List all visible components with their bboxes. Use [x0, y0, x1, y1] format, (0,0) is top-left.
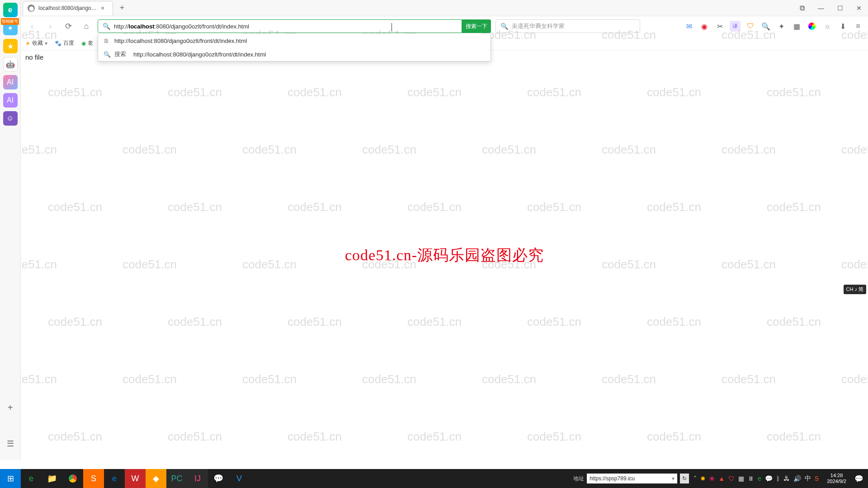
maximize-button[interactable]: ☐: [831, 0, 849, 16]
sidebar-app4-icon[interactable]: AI: [3, 75, 18, 89]
watermark-text: code51.cn: [767, 430, 821, 444]
sidebar-add-button[interactable]: +: [3, 400, 18, 415]
tray-ime-icon[interactable]: 中: [805, 474, 811, 483]
bookmark-item[interactable]: ◉老: [81, 39, 93, 47]
forward-button[interactable]: ›: [43, 19, 57, 33]
watermark-text: code51.cn: [48, 430, 102, 444]
taskbar-wechat-icon[interactable]: 💬: [208, 469, 229, 488]
sidebar-app5-icon[interactable]: AI: [3, 93, 18, 108]
tray-bluetooth-icon[interactable]: ᛒ: [776, 475, 780, 482]
search-go-button[interactable]: 搜索一下: [462, 19, 491, 33]
watermark-text: code51.cn: [123, 372, 177, 386]
sidebar-menu-icon[interactable]: ☰: [3, 436, 18, 451]
tray-shield-icon[interactable]: 🛡: [728, 475, 735, 482]
autocomplete-text: http://localhost:8080/django0ozlt/front/…: [133, 51, 266, 58]
favorites-button[interactable]: ★收藏▾: [25, 39, 47, 47]
taskbar-apps: ⊞ e 📁 S e W ◆ PC IJ 💬 V: [0, 469, 250, 488]
watermark-text: code51.cn: [602, 372, 656, 386]
responsive-mode-button[interactable]: ⧉: [793, 0, 811, 16]
zoom-icon[interactable]: 🔍: [760, 21, 771, 32]
start-button[interactable]: ⊞: [0, 469, 21, 488]
watermark-text: code51.cn: [841, 143, 868, 157]
tray-sogou-icon[interactable]: S: [815, 475, 819, 482]
tray-app3-icon[interactable]: ▲: [718, 475, 725, 482]
page-icon: 🗎: [104, 38, 110, 44]
watermark-text: code51.cn: [527, 430, 581, 444]
tray-volume-icon[interactable]: 🔊: [793, 475, 801, 482]
tray-browser-icon[interactable]: e: [758, 475, 761, 482]
weibo-icon[interactable]: ◉: [699, 21, 710, 32]
taskbar-address-input[interactable]: https://spsp789.icu▾: [587, 474, 677, 483]
new-tab-button[interactable]: +: [116, 2, 128, 14]
watermark-text: code51.cn: [168, 315, 222, 329]
taskbar-edge-icon[interactable]: e: [104, 469, 125, 488]
home-button[interactable]: ⌂: [80, 19, 93, 33]
taskbar-clock[interactable]: 14:28 2024/9/2: [823, 473, 850, 484]
taskbar-sublime-icon[interactable]: S: [83, 469, 104, 488]
watermark-text: code51.cn: [602, 258, 656, 272]
ime-indicator[interactable]: CH ♪ 简: [844, 285, 867, 294]
tab-close-button[interactable]: ×: [101, 5, 104, 12]
watermark-text: code51.cn: [482, 143, 536, 157]
autocomplete-item-search[interactable]: 🔍 搜索 http://localhost:8080/django0ozlt/f…: [98, 47, 491, 61]
reload-button[interactable]: ⟳: [61, 19, 75, 33]
navigation-bar: ‹ › ⟳ ⌂ 🔍 http://localhost:8080/django0o…: [0, 16, 868, 36]
minimize-button[interactable]: —: [812, 0, 830, 16]
taskbar-vscode-icon[interactable]: V: [229, 469, 250, 488]
tray-network-icon[interactable]: 🖧: [783, 475, 790, 482]
toolbar-icons: ✉ ◉ ✂ 译 🛡 🔍 ✦ ▦ ☼ ⬇ ≡: [684, 21, 863, 32]
taskbar-pycharm-icon[interactable]: PC: [166, 469, 187, 488]
close-window-button[interactable]: ✕: [850, 0, 868, 16]
watermark-text: code51.cn: [482, 372, 536, 386]
sidebar-app6-icon[interactable]: ☺: [3, 111, 18, 126]
address-bar[interactable]: 🔍 http://localhost:8080/django0ozlt/fron…: [98, 19, 462, 33]
theme-color-icon[interactable]: [807, 21, 817, 32]
sidebar-app2-icon[interactable]: ★: [3, 39, 18, 53]
shield-icon[interactable]: 🛡: [745, 21, 756, 32]
tray-app4-icon[interactable]: ▦: [738, 475, 744, 482]
taskbar-address-go-button[interactable]: ↻: [680, 474, 689, 483]
autocomplete-dropdown: 🗎 http://localhost:8080/django0ozlt/fron…: [98, 34, 491, 61]
hamburger-menu-icon[interactable]: ≡: [853, 21, 863, 32]
watermark-text: code51.cn: [48, 85, 102, 99]
apps-icon[interactable]: ▦: [791, 21, 802, 32]
tray-app2-icon[interactable]: ❀: [709, 475, 715, 482]
watermark-text: code51.cn: [527, 200, 581, 214]
taskbar-idea-icon[interactable]: IJ: [187, 469, 208, 488]
taskbar-wps-icon[interactable]: W: [125, 469, 146, 488]
brightness-icon[interactable]: ☼: [822, 21, 833, 32]
bookmark-baidu[interactable]: 🐾百度: [55, 39, 74, 47]
watermark-text: code51.cn: [288, 85, 342, 99]
watermark-text: code51.cn: [407, 315, 462, 329]
extensions-icon[interactable]: ✦: [776, 21, 787, 32]
tray-app1-icon[interactable]: ✹: [700, 475, 706, 482]
watermark-text: code51.cn: [362, 143, 416, 157]
watermark-text: code51.cn: [527, 85, 581, 99]
watermark-text: code51.cn: [841, 258, 868, 272]
autocomplete-item-history[interactable]: 🗎 http://localhost:8080/django0ozlt/fron…: [98, 34, 491, 47]
system-tray: ˄ ✹ ❀ ▲ 🛡 ▦ ⏸ e 💬 ᛒ 🖧 🔊 中 S: [689, 474, 823, 483]
download-icon[interactable]: ⬇: [837, 21, 848, 32]
title-bar: ⬤ localhost:8080/django0ozlt/f × + ⧉ — ☐…: [0, 0, 868, 16]
taskbar-app-icon[interactable]: ◆: [146, 469, 166, 488]
taskbar-browser-icon[interactable]: e: [21, 469, 42, 488]
scissors-icon[interactable]: ✂: [714, 21, 725, 32]
translate-icon[interactable]: 译: [730, 21, 741, 32]
tray-chevron-icon[interactable]: ˄: [693, 475, 697, 482]
taskbar-chrome-icon[interactable]: [62, 469, 83, 488]
back-button[interactable]: ‹: [25, 19, 39, 33]
mail-icon[interactable]: ✉: [684, 21, 694, 32]
sidebar-app3-icon[interactable]: 🤖: [3, 57, 18, 71]
watermark-text: code51.cn: [242, 143, 297, 157]
browser-logo-icon[interactable]: e: [3, 3, 18, 17]
secondary-search-box[interactable]: 🔍 美遣死华裔女科学家: [495, 19, 640, 33]
notification-center-button[interactable]: 💬: [850, 469, 868, 488]
watermark-text: code51.cn: [841, 372, 868, 386]
watermark-text: code51.cn: [168, 85, 222, 99]
tray-wechat-icon[interactable]: 💬: [765, 475, 773, 482]
watermark-text: code51.cn: [722, 258, 776, 272]
tray-app5-icon[interactable]: ⏸: [748, 475, 754, 482]
baidu-icon: 🐾: [55, 40, 61, 47]
taskbar-explorer-icon[interactable]: 📁: [42, 469, 62, 488]
browser-tab[interactable]: ⬤ localhost:8080/django0ozlt/f ×: [23, 1, 113, 15]
